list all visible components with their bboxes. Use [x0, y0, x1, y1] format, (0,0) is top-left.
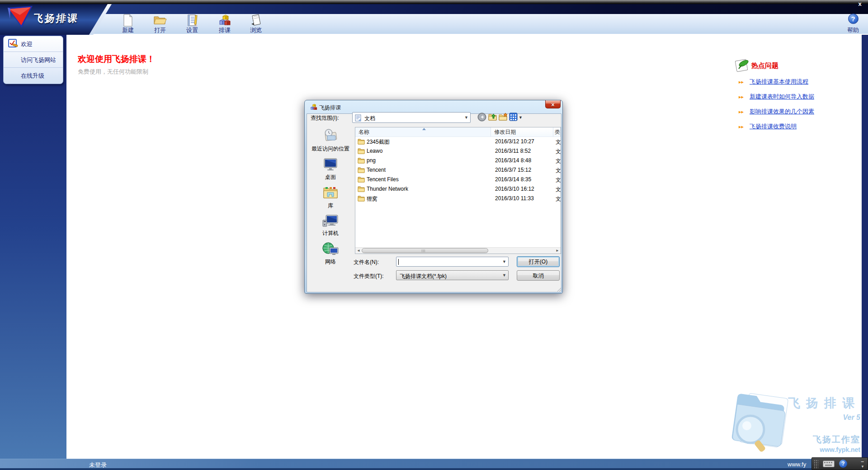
hot-topic-link[interactable]: 飞扬排课基本使用流程: [750, 78, 808, 86]
app-window: x 飞扬排课 新建 打开 设置 排课: [0, 0, 868, 470]
cancel-button[interactable]: 取消: [517, 270, 560, 281]
place-desktop[interactable]: 桌面: [323, 158, 338, 181]
file-date: 2016/3/10 11:33: [495, 195, 534, 202]
hot-topics-links: ▸▸ 飞扬排课基本使用流程 ▸▸ 新建课表时如何导入数据 ▸▸ 影响排课效果的几…: [736, 78, 858, 137]
hot-topic-row: ▸▸ 新建课表时如何导入数据: [736, 93, 858, 108]
scroll-right-arrow-icon[interactable]: [554, 248, 561, 254]
sidebar-item-label: 访问飞扬网站: [21, 52, 56, 68]
welcome-title: 欢迎使用飞扬排课！: [78, 53, 155, 65]
look-in-combobox[interactable]: 文档: [352, 112, 471, 123]
folder-icon: [358, 148, 365, 155]
new-folder-button[interactable]: [499, 113, 509, 122]
drag-handle-icon[interactable]: [814, 460, 818, 468]
views-dropdown-arrow-icon[interactable]: [519, 115, 523, 120]
open-folder-icon: [147, 14, 173, 27]
up-one-level-button[interactable]: [488, 113, 498, 122]
hot-topic-row: ▸▸ 飞扬排课收费说明: [736, 122, 858, 137]
toolbar-button-help[interactable]: ? 帮助: [840, 14, 866, 34]
documents-library-icon: [355, 114, 362, 123]
file-row[interactable]: png 2016/3/14 8:48 文件夹: [355, 156, 561, 165]
folder-icon: [358, 157, 365, 165]
look-in-value: 文档: [364, 115, 375, 122]
folder-icon: [358, 176, 365, 184]
column-header-date[interactable]: 修改日期: [491, 127, 553, 136]
sidebar-item-upgrade[interactable]: 在线升级: [4, 68, 63, 84]
filetype-combobox[interactable]: 飞扬排课文档(*.fpk): [396, 270, 509, 280]
file-name: 狸窝: [367, 195, 377, 203]
toolbar-button-label: 帮助: [840, 27, 866, 33]
toolbar-button-label: 新建: [115, 27, 141, 33]
hot-topic-link[interactable]: 新建课表时如何导入数据: [750, 93, 814, 101]
sidebar-item-website[interactable]: 访问飞扬网站: [4, 52, 63, 68]
schedule-cubes-icon: [212, 14, 238, 27]
sidebar-item-welcome[interactable]: 欢迎: [4, 36, 63, 52]
sidebar-item-label: 在线升级: [21, 68, 44, 84]
place-recent[interactable]: 最近访问的位置: [311, 128, 349, 153]
file-date: 2016/3/14 8:35: [495, 176, 531, 183]
options-arrow-icon[interactable]: [861, 465, 864, 469]
scrollbar-thumb[interactable]: [362, 248, 488, 253]
file-list-header: 名称 修改日期 类型: [355, 127, 561, 137]
orange-arrow-bullet-icon: ▸▸: [739, 109, 744, 115]
close-x-icon: ×: [551, 102, 554, 108]
back-button[interactable]: [477, 113, 487, 122]
horizontal-scrollbar[interactable]: [355, 247, 561, 254]
toolbar-button-new[interactable]: 新建: [115, 14, 141, 34]
column-header-label: 修改日期: [494, 129, 516, 135]
sidebar-menu: 欢迎 访问飞扬网站 在线升级: [3, 36, 63, 84]
file-rows: 2345截图 2016/3/12 10:27 文件夹 Leawo 2016/3/…: [355, 137, 561, 203]
filename-input[interactable]: [396, 257, 509, 267]
column-header-name[interactable]: 名称: [355, 127, 491, 136]
network-icon: [322, 249, 339, 257]
chevron-down-icon: [502, 273, 506, 277]
file-row[interactable]: 狸窝 2016/3/10 11:33 文件夹: [355, 194, 561, 203]
keyboard-icon[interactable]: [823, 461, 835, 469]
place-label: 库: [322, 202, 339, 210]
hot-topic-link[interactable]: 飞扬排课收费说明: [750, 122, 797, 131]
column-header-type[interactable]: 类型: [553, 127, 561, 136]
place-network[interactable]: 网络: [322, 242, 339, 266]
window-close-button[interactable]: x: [854, 0, 865, 8]
frame-right-border: [862, 35, 868, 459]
file-name: Tencent: [367, 167, 386, 173]
hot-topic-link[interactable]: 影响排课效果的几个因素: [750, 108, 814, 116]
new-document-icon: [115, 14, 141, 27]
views-button[interactable]: [509, 113, 518, 122]
folder-icon: [358, 195, 365, 203]
computer-icon: [322, 221, 339, 229]
file-row[interactable]: Thunder Network 2016/3/10 16:12 文件夹: [355, 184, 561, 194]
language-bar: ?: [811, 457, 868, 470]
file-row[interactable]: Tencent Files 2016/3/14 8:35 文件夹: [355, 175, 561, 184]
file-name: Thunder Network: [367, 186, 408, 192]
toolbar-button-browse[interactable]: 浏览: [243, 14, 269, 34]
toolbar-button-settings[interactable]: 设置: [179, 14, 205, 34]
watermark-folder-icon: [729, 388, 794, 458]
file-date: 2016/3/11 8:52: [495, 148, 531, 154]
toolbar-button-open[interactable]: 打开: [147, 14, 173, 34]
statusbar-site-link[interactable]: www.fy: [788, 461, 806, 468]
sort-ascending-icon: [422, 128, 426, 130]
file-row[interactable]: Leawo 2016/3/11 8:52 文件夹: [355, 146, 561, 156]
place-label: 最近访问的位置: [311, 145, 349, 153]
minimize-icon[interactable]: [861, 458, 864, 465]
place-libraries[interactable]: 库: [322, 186, 339, 210]
open-file-dialog: 飞扬排课 × 查找范围(I): 文档: [304, 100, 563, 294]
language-bar-help-icon[interactable]: ?: [839, 460, 847, 468]
open-button[interactable]: 打开(O): [517, 256, 560, 267]
hot-topics-icon: [734, 58, 750, 75]
file-row[interactable]: Tencent 2016/3/7 15:12 文件夹: [355, 165, 561, 175]
place-label: 桌面: [323, 174, 338, 181]
toolbar-button-schedule[interactable]: 排课: [212, 14, 238, 34]
dialog-close-button[interactable]: ×: [545, 100, 561, 108]
app-title: 飞扬排课: [33, 12, 80, 25]
column-header-label: 名称: [359, 129, 369, 135]
place-computer[interactable]: 计算机: [322, 215, 339, 237]
browse-book-icon: [243, 14, 269, 27]
file-list: 名称 修改日期 类型 2345截图: [355, 127, 561, 254]
scroll-left-arrow-icon[interactable]: [355, 248, 362, 254]
file-name: Leawo: [367, 148, 382, 154]
folder-icon: [358, 167, 365, 174]
chevron-down-icon[interactable]: [502, 259, 506, 264]
file-row[interactable]: 2345截图 2016/3/12 10:27 文件夹: [355, 137, 561, 146]
file-date: 2016/3/14 8:48: [495, 157, 531, 164]
